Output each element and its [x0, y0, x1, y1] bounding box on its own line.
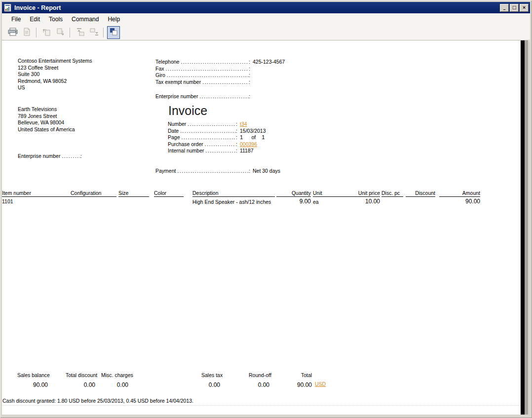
dot-leader: ........................................… [179, 128, 236, 134]
menu-bar: File Edit Tools Command Help [2, 13, 530, 25]
column-description: Description [192, 190, 275, 197]
internal-number-label: Internal number [168, 148, 204, 153]
invoice-page-of: of [251, 134, 256, 140]
field-purchase-order: Purchase order .........................… [168, 141, 257, 147]
column-amount: Amount [439, 190, 480, 197]
sender-name: Contoso Entertainment Systems [18, 58, 92, 65]
purchase-order-link[interactable]: 000396 [240, 141, 257, 147]
copy-next-icon [56, 28, 65, 38]
maximize-button[interactable]: □ [510, 4, 519, 12]
field-fax: Fax ....................................… [155, 66, 253, 72]
close-button[interactable]: × [520, 4, 529, 12]
dot-leader: ........................................… [176, 168, 249, 174]
sales-balance-label: Sales balance [17, 372, 48, 378]
total-sales-tax: Sales tax 0.00 [201, 372, 220, 388]
field-invoice-number: Number .................................… [168, 121, 247, 127]
invoice-heading: Invoice [168, 104, 207, 117]
total-grand: Total 90.00 [296, 372, 312, 388]
field-telephone: Telephone ..............................… [155, 59, 285, 65]
copy-previous-button [40, 26, 53, 39]
menu-edit[interactable]: Edit [25, 14, 44, 24]
total-round-off: Round-off 0.00 [249, 372, 269, 388]
invoice-date-label: Date [168, 128, 179, 134]
invoice-page-label: Page [168, 134, 180, 140]
column-size: Size [118, 190, 149, 197]
report-viewport: Contoso Entertainment Systems 123 Coffee… [2, 40, 528, 415]
round-off-value: 0.00 [249, 381, 269, 388]
enterprise-number-label: Enterprise number [155, 93, 198, 99]
tax-exempt-label: Tax exempt number [155, 79, 201, 85]
purchase-order-label: Purchase order [168, 141, 203, 147]
sender-street: 123 Coffee Street [18, 65, 92, 72]
total-label: Total [301, 372, 312, 378]
customer-city: Bellevue, WA 98004 [18, 119, 75, 126]
page-break-line [2, 405, 521, 406]
minimize-button[interactable]: _ [500, 4, 509, 12]
giro-label: Giro [155, 72, 165, 78]
dot-leader: ........................................… [198, 93, 249, 99]
field-enterprise-left: Enterprise number ......................… [18, 153, 82, 159]
fit-window-button[interactable] [107, 26, 120, 39]
currency-link[interactable]: USD [315, 381, 326, 387]
field-invoice-page: Page ...................................… [168, 134, 265, 140]
customer-address: Earth Televisions 789 Jones Street Belle… [18, 106, 75, 133]
column-item-number: Item number [2, 190, 71, 197]
total-discount-label: Total discount [66, 372, 95, 378]
print-button[interactable] [6, 26, 19, 39]
report-app-icon [4, 4, 12, 12]
total-value: 90.00 [296, 381, 312, 388]
column-unit-price: Unit price [348, 190, 380, 197]
app-window: Invoice - Report _ □ × File Edit Tools C… [0, 0, 532, 418]
field-giro: Giro ...................................… [155, 72, 253, 78]
customer-name: Earth Televisions [18, 106, 75, 113]
dot-leader: ........................................… [201, 79, 249, 85]
sender-city: Redmond, WA 98052 [18, 78, 92, 85]
column-discount: Discount [406, 190, 435, 197]
round-off-label: Round-off [249, 372, 269, 378]
menu-file[interactable]: File [7, 14, 25, 24]
internal-number-value: 11187 [240, 148, 254, 153]
menu-command[interactable]: Command [67, 14, 103, 24]
menu-help[interactable]: Help [103, 14, 124, 24]
copy-previous-icon [42, 28, 51, 38]
invoice-date-value: 15/03/2013 [240, 128, 266, 134]
dot-leader: ........................................… [203, 141, 236, 147]
invoice-page-current: 1 [240, 134, 243, 140]
column-disc-pct: Disc. pc [381, 190, 403, 197]
invoice-number-link[interactable]: t34 [240, 121, 247, 127]
toolbar-separator [70, 28, 71, 38]
field-internal-number: Internal number ........................… [168, 148, 254, 153]
export-button [20, 26, 33, 39]
title-bar[interactable]: Invoice - Report _ □ × [2, 2, 530, 13]
sender-country: US [18, 84, 92, 91]
menu-tools[interactable]: Tools [44, 14, 67, 24]
dot-leader: ........................................… [164, 66, 249, 72]
column-quantity: Quantity [276, 190, 311, 197]
misc-charges-value: 0.00 [101, 381, 128, 388]
last-page-icon [89, 28, 99, 38]
total-discount: Total discount 0.00 [66, 372, 95, 388]
misc-charges-label: Misc. charges [101, 372, 128, 378]
customer-country: United States of America [18, 126, 75, 133]
column-unit: Unit [313, 190, 348, 197]
telephone-value: 425-123-4567 [253, 59, 285, 65]
column-color: Color [154, 190, 184, 197]
cell-quantity: 9.00 [276, 198, 311, 205]
total-misc-charges: Misc. charges 0.00 [101, 372, 128, 388]
fax-label: Fax [155, 66, 164, 72]
toolbar [2, 25, 530, 40]
sender-address: Contoso Entertainment Systems 123 Coffee… [18, 58, 92, 91]
toolbar-separator [103, 28, 104, 38]
dot-leader: ........................................… [60, 153, 80, 159]
total-sales-balance: Sales balance 90.00 [17, 372, 48, 388]
sales-tax-value: 0.00 [201, 381, 220, 388]
total-discount-value: 0.00 [66, 381, 95, 388]
cell-unit: ea [313, 199, 319, 205]
dot-leader: ........................................… [180, 134, 236, 140]
print-icon [8, 28, 18, 38]
cell-item-number: 1101 [2, 198, 13, 204]
page-edge-shadow [521, 40, 525, 415]
first-page-icon [76, 28, 85, 38]
invoice-page-total: 1 [262, 134, 265, 140]
export-icon [22, 28, 31, 38]
